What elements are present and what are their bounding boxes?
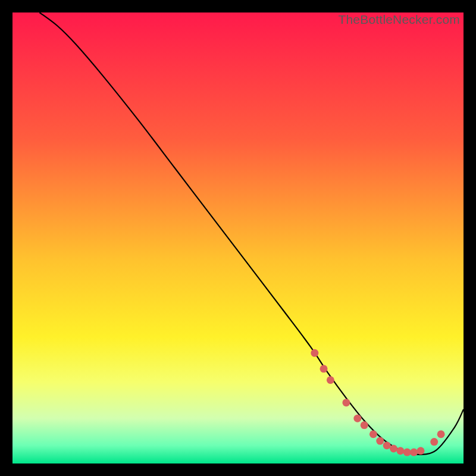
marker-dot: [327, 376, 334, 384]
watermark-text: TheBottleNecker.com: [338, 12, 460, 27]
gradient-background: [12, 12, 464, 464]
marker-dot: [416, 447, 424, 455]
chart-frame: TheBottleNecker.com: [12, 12, 464, 464]
marker-dot: [390, 444, 397, 452]
marker-dot: [353, 415, 361, 422]
marker-dot: [320, 365, 328, 372]
marker-dot: [311, 349, 318, 357]
marker-dot: [376, 437, 384, 445]
marker-dot: [430, 438, 438, 446]
marker-dot: [437, 430, 445, 438]
marker-dot: [342, 399, 350, 406]
marker-dot: [361, 421, 368, 429]
marker-dot: [369, 430, 377, 438]
marker-dot: [410, 449, 418, 456]
marker-dot: [396, 447, 404, 455]
marker-dot: [403, 449, 411, 456]
marker-dot: [383, 441, 391, 449]
bottleneck-chart: [12, 12, 464, 464]
